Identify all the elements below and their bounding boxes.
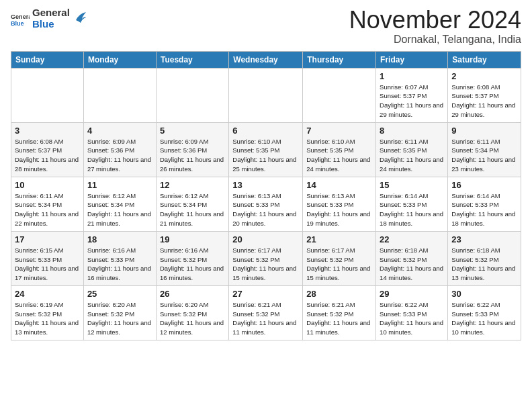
table-row: 6Sunrise: 6:10 AM Sunset: 5:35 PM Daylig… xyxy=(229,122,303,177)
title-block: November 2024 Dornakal, Telangana, India xyxy=(349,7,521,46)
day-info: Sunrise: 6:16 AM Sunset: 5:33 PM Dayligh… xyxy=(87,246,152,283)
table-row: 18Sunrise: 6:16 AM Sunset: 5:33 PM Dayli… xyxy=(83,231,156,285)
day-info: Sunrise: 6:17 AM Sunset: 5:32 PM Dayligh… xyxy=(306,246,372,283)
day-info: Sunrise: 6:22 AM Sunset: 5:33 PM Dayligh… xyxy=(451,300,517,337)
table-row: 23Sunrise: 6:18 AM Sunset: 5:32 PM Dayli… xyxy=(448,231,521,285)
day-number: 5 xyxy=(160,126,225,136)
day-number: 25 xyxy=(87,289,152,299)
day-info: Sunrise: 6:09 AM Sunset: 5:36 PM Dayligh… xyxy=(87,137,152,174)
table-row xyxy=(156,68,228,122)
day-info: Sunrise: 6:12 AM Sunset: 5:34 PM Dayligh… xyxy=(160,191,225,228)
day-number: 30 xyxy=(451,289,517,299)
header: General Blue General Blue November 2024 … xyxy=(11,7,521,46)
header-monday: Monday xyxy=(83,51,156,68)
table-row: 3Sunrise: 6:08 AM Sunset: 5:37 PM Daylig… xyxy=(11,122,84,177)
table-row: 28Sunrise: 6:21 AM Sunset: 5:32 PM Dayli… xyxy=(303,285,376,340)
day-info: Sunrise: 6:18 AM Sunset: 5:32 PM Dayligh… xyxy=(380,246,444,283)
logo-bird-icon xyxy=(73,11,87,26)
table-row: 19Sunrise: 6:16 AM Sunset: 5:32 PM Dayli… xyxy=(156,231,228,285)
day-info: Sunrise: 6:15 AM Sunset: 5:33 PM Dayligh… xyxy=(15,246,80,283)
day-number: 13 xyxy=(232,180,299,190)
table-row: 21Sunrise: 6:17 AM Sunset: 5:32 PM Dayli… xyxy=(303,231,376,285)
table-row: 25Sunrise: 6:20 AM Sunset: 5:32 PM Dayli… xyxy=(83,285,156,340)
day-info: Sunrise: 6:08 AM Sunset: 5:37 PM Dayligh… xyxy=(451,83,517,120)
day-number: 20 xyxy=(232,234,299,244)
day-info: Sunrise: 6:18 AM Sunset: 5:32 PM Dayligh… xyxy=(451,246,517,283)
day-info: Sunrise: 6:20 AM Sunset: 5:32 PM Dayligh… xyxy=(160,300,225,337)
month-title: November 2024 xyxy=(349,7,521,34)
day-info: Sunrise: 6:11 AM Sunset: 5:34 PM Dayligh… xyxy=(15,191,80,228)
day-number: 16 xyxy=(451,180,517,190)
day-number: 29 xyxy=(380,289,444,299)
table-row: 27Sunrise: 6:21 AM Sunset: 5:32 PM Dayli… xyxy=(229,285,303,340)
table-row xyxy=(83,68,156,122)
table-row: 29Sunrise: 6:22 AM Sunset: 5:33 PM Dayli… xyxy=(376,285,448,340)
day-number: 28 xyxy=(306,289,372,299)
table-row: 7Sunrise: 6:10 AM Sunset: 5:35 PM Daylig… xyxy=(303,122,376,177)
day-number: 21 xyxy=(306,234,372,244)
day-number: 12 xyxy=(160,180,225,190)
day-number: 3 xyxy=(15,126,80,136)
svg-text:Blue: Blue xyxy=(11,20,24,27)
day-number: 24 xyxy=(15,289,80,299)
header-friday: Friday xyxy=(376,51,448,68)
header-wednesday: Wednesday xyxy=(229,51,303,68)
day-number: 19 xyxy=(160,234,225,244)
table-row: 11Sunrise: 6:12 AM Sunset: 5:34 PM Dayli… xyxy=(83,177,156,231)
location: Dornakal, Telangana, India xyxy=(349,34,521,46)
day-number: 8 xyxy=(380,126,444,136)
calendar-week-row: 17Sunrise: 6:15 AM Sunset: 5:33 PM Dayli… xyxy=(11,231,521,285)
day-number: 27 xyxy=(232,289,299,299)
table-row: 9Sunrise: 6:11 AM Sunset: 5:34 PM Daylig… xyxy=(448,122,521,177)
table-row: 8Sunrise: 6:11 AM Sunset: 5:35 PM Daylig… xyxy=(376,122,448,177)
calendar-week-row: 1Sunrise: 6:07 AM Sunset: 5:37 PM Daylig… xyxy=(11,68,521,122)
day-info: Sunrise: 6:17 AM Sunset: 5:32 PM Dayligh… xyxy=(232,246,299,283)
table-row: 10Sunrise: 6:11 AM Sunset: 5:34 PM Dayli… xyxy=(11,177,84,231)
day-number: 18 xyxy=(87,234,152,244)
day-info: Sunrise: 6:14 AM Sunset: 5:33 PM Dayligh… xyxy=(451,191,517,228)
day-number: 17 xyxy=(15,234,80,244)
day-info: Sunrise: 6:09 AM Sunset: 5:36 PM Dayligh… xyxy=(160,137,225,174)
header-thursday: Thursday xyxy=(303,51,376,68)
day-number: 11 xyxy=(87,180,152,190)
day-number: 23 xyxy=(451,234,517,244)
svg-text:General: General xyxy=(11,14,30,21)
table-row: 17Sunrise: 6:15 AM Sunset: 5:33 PM Dayli… xyxy=(11,231,84,285)
day-info: Sunrise: 6:08 AM Sunset: 5:37 PM Dayligh… xyxy=(15,137,80,174)
calendar-week-row: 10Sunrise: 6:11 AM Sunset: 5:34 PM Dayli… xyxy=(11,177,521,231)
day-number: 15 xyxy=(380,180,444,190)
day-number: 14 xyxy=(306,180,372,190)
header-sunday: Sunday xyxy=(11,51,84,68)
day-info: Sunrise: 6:19 AM Sunset: 5:32 PM Dayligh… xyxy=(15,300,80,337)
day-info: Sunrise: 6:20 AM Sunset: 5:32 PM Dayligh… xyxy=(87,300,152,337)
table-row: 26Sunrise: 6:20 AM Sunset: 5:32 PM Dayli… xyxy=(156,285,228,340)
table-row: 20Sunrise: 6:17 AM Sunset: 5:32 PM Dayli… xyxy=(229,231,303,285)
table-row: 2Sunrise: 6:08 AM Sunset: 5:37 PM Daylig… xyxy=(448,68,521,122)
day-info: Sunrise: 6:07 AM Sunset: 5:37 PM Dayligh… xyxy=(380,83,444,120)
day-number: 22 xyxy=(380,234,444,244)
calendar: Sunday Monday Tuesday Wednesday Thursday… xyxy=(11,51,521,340)
weekday-header-row: Sunday Monday Tuesday Wednesday Thursday… xyxy=(11,51,521,68)
logo-blue: Blue xyxy=(32,18,70,30)
day-info: Sunrise: 6:13 AM Sunset: 5:33 PM Dayligh… xyxy=(306,191,372,228)
header-saturday: Saturday xyxy=(448,51,521,68)
table-row: 12Sunrise: 6:12 AM Sunset: 5:34 PM Dayli… xyxy=(156,177,228,231)
day-info: Sunrise: 6:11 AM Sunset: 5:35 PM Dayligh… xyxy=(380,137,444,174)
calendar-week-row: 24Sunrise: 6:19 AM Sunset: 5:32 PM Dayli… xyxy=(11,285,521,340)
table-row: 1Sunrise: 6:07 AM Sunset: 5:37 PM Daylig… xyxy=(376,68,448,122)
table-row xyxy=(11,68,84,122)
day-number: 2 xyxy=(451,71,517,81)
table-row xyxy=(303,68,376,122)
table-row: 24Sunrise: 6:19 AM Sunset: 5:32 PM Dayli… xyxy=(11,285,84,340)
day-number: 4 xyxy=(87,126,152,136)
table-row: 16Sunrise: 6:14 AM Sunset: 5:33 PM Dayli… xyxy=(448,177,521,231)
table-row: 5Sunrise: 6:09 AM Sunset: 5:36 PM Daylig… xyxy=(156,122,228,177)
logo: General Blue General Blue xyxy=(11,7,87,30)
day-info: Sunrise: 6:14 AM Sunset: 5:33 PM Dayligh… xyxy=(380,191,444,228)
header-tuesday: Tuesday xyxy=(156,51,228,68)
day-info: Sunrise: 6:10 AM Sunset: 5:35 PM Dayligh… xyxy=(232,137,299,174)
day-info: Sunrise: 6:22 AM Sunset: 5:33 PM Dayligh… xyxy=(380,300,444,337)
logo-icon: General Blue xyxy=(11,9,30,28)
day-info: Sunrise: 6:11 AM Sunset: 5:34 PM Dayligh… xyxy=(451,137,517,174)
day-number: 9 xyxy=(451,126,517,136)
